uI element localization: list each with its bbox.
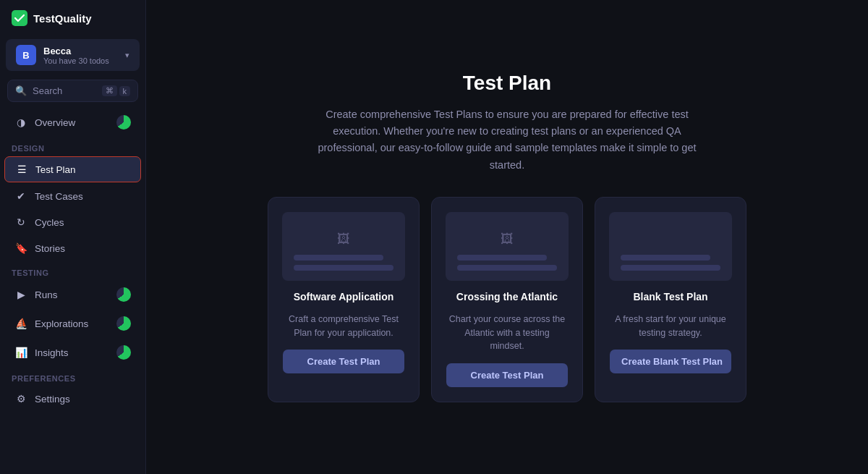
template-cards-row: 🖼 Software Application Craft a comprehen… bbox=[247, 197, 767, 402]
explorations-badge bbox=[116, 316, 131, 331]
sidebar: TestQuality B Becca You have 30 todos ▾ … bbox=[0, 0, 146, 474]
kbd-cmd: ⌘ bbox=[102, 85, 117, 96]
search-icon: 🔍 bbox=[15, 85, 27, 96]
card-image-atlantic: 🖼 bbox=[446, 212, 569, 281]
card-desc: Chart your course across the Atlantic wi… bbox=[446, 313, 568, 353]
preferences-section-label: Preferences bbox=[0, 367, 145, 386]
avatar: B bbox=[16, 45, 36, 65]
card-img-icon: 🖼 bbox=[501, 232, 514, 247]
sidebar-item-label: Runs bbox=[35, 289, 109, 300]
template-card-software: 🖼 Software Application Craft a comprehen… bbox=[268, 197, 420, 402]
runs-icon: ▶ bbox=[14, 289, 27, 300]
sidebar-item-label: Test Plan bbox=[35, 164, 130, 175]
main-content: Test Plan Create comprehensive Test Plan… bbox=[146, 0, 868, 474]
card-title: Software Application bbox=[294, 291, 394, 302]
card-title: Crossing the Atlantic bbox=[456, 291, 558, 302]
sidebar-item-insights[interactable]: 📊 Insights bbox=[4, 339, 141, 366]
user-profile[interactable]: B Becca You have 30 todos ▾ bbox=[6, 39, 140, 71]
sidebar-item-label: Stories bbox=[35, 243, 131, 254]
template-card-blank: Blank Test Plan A fresh start for your u… bbox=[595, 197, 746, 402]
card-img-icon: 🖼 bbox=[337, 232, 350, 247]
sidebar-item-label: Settings bbox=[35, 394, 131, 405]
app-name: TestQuality bbox=[33, 12, 92, 25]
sidebar-item-overview[interactable]: ◑ Overview bbox=[4, 109, 141, 136]
page-title: Test Plan bbox=[247, 72, 767, 95]
stories-icon: 🔖 bbox=[14, 242, 27, 254]
test-cases-icon: ✔ bbox=[14, 190, 27, 202]
settings-icon: ⚙ bbox=[14, 393, 27, 405]
create-test-plan-button-1[interactable]: Create Test Plan bbox=[283, 350, 404, 373]
svg-rect-0 bbox=[12, 10, 27, 26]
insights-badge bbox=[116, 345, 131, 360]
sidebar-item-label: Test Cases bbox=[35, 191, 131, 202]
search-shortcut: ⌘ k bbox=[102, 85, 131, 96]
page-description: Create comprehensive Test Plans to ensur… bbox=[305, 106, 710, 174]
insights-icon: 📊 bbox=[14, 347, 27, 358]
template-card-atlantic: 🖼 Crossing the Atlantic Chart your cours… bbox=[431, 197, 583, 402]
user-todos: You have 30 todos bbox=[43, 56, 118, 65]
sidebar-item-label: Explorations bbox=[35, 318, 109, 329]
card-desc: Craft a comprehensive Test Plan for your… bbox=[283, 313, 404, 340]
design-section-label: Design bbox=[0, 137, 145, 156]
explorations-icon: ⛵ bbox=[14, 318, 27, 329]
card-desc: A fresh start for your unique testing st… bbox=[610, 313, 731, 340]
overview-badge bbox=[116, 115, 131, 130]
card-title: Blank Test Plan bbox=[633, 291, 707, 302]
user-info: Becca You have 30 todos bbox=[43, 46, 118, 65]
search-label: Search bbox=[33, 85, 96, 96]
logo-icon bbox=[12, 10, 27, 26]
cycles-icon: ↻ bbox=[14, 216, 27, 228]
chevron-down-icon: ▾ bbox=[125, 51, 129, 60]
sidebar-item-settings[interactable]: ⚙ Settings bbox=[4, 386, 141, 411]
sidebar-item-explorations[interactable]: ⛵ Explorations bbox=[4, 310, 141, 337]
user-name: Becca bbox=[43, 46, 118, 56]
sidebar-item-label: Cycles bbox=[35, 217, 131, 228]
card-image-blank bbox=[609, 212, 732, 281]
sidebar-item-test-cases[interactable]: ✔ Test Cases bbox=[4, 184, 141, 208]
sidebar-item-stories[interactable]: 🔖 Stories bbox=[4, 236, 141, 261]
sidebar-item-test-plan[interactable]: ☰ Test Plan bbox=[4, 156, 141, 182]
create-test-plan-button-2[interactable]: Create Test Plan bbox=[446, 363, 568, 387]
card-image-software: 🖼 bbox=[282, 212, 405, 281]
sidebar-item-cycles[interactable]: ↻ Cycles bbox=[4, 210, 141, 234]
testing-section-label: Testing bbox=[0, 261, 145, 280]
sidebar-item-label: Overview bbox=[35, 117, 109, 128]
create-blank-test-plan-button[interactable]: Create Blank Test Plan bbox=[610, 350, 731, 373]
sidebar-item-runs[interactable]: ▶ Runs bbox=[4, 281, 141, 308]
search-bar[interactable]: 🔍 Search ⌘ k bbox=[7, 80, 138, 102]
test-plan-icon: ☰ bbox=[15, 164, 28, 175]
overview-icon: ◑ bbox=[14, 117, 27, 128]
test-plan-panel: Test Plan Create comprehensive Test Plan… bbox=[247, 72, 767, 402]
kbd-k: k bbox=[119, 86, 131, 96]
app-logo: TestQuality bbox=[0, 0, 145, 36]
runs-badge bbox=[116, 287, 131, 302]
sidebar-item-label: Insights bbox=[35, 347, 109, 358]
